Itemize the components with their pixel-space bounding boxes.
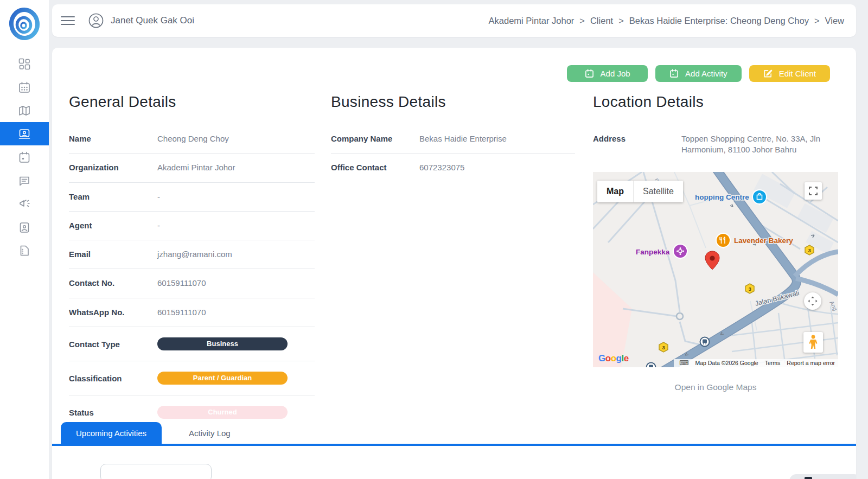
route-shield-3: 3 xyxy=(659,342,668,352)
detail-row-agent: Agent - xyxy=(69,212,315,240)
google-map[interactable]: Jalan Bakawali niu Ang 3 3 3 xyxy=(593,172,838,367)
add-activity-button[interactable]: Add Activity xyxy=(655,65,742,82)
breadcrumb-record[interactable]: Bekas Haidie Enterprise: Cheong Deng Cho… xyxy=(629,16,809,25)
breadcrumb-org[interactable]: Akademi Pintar Johor xyxy=(489,16,575,25)
bus-stop-icon[interactable] xyxy=(700,337,710,346)
bus-stop-icon[interactable] xyxy=(647,362,656,367)
sidebar-item-contacts[interactable] xyxy=(0,215,49,239)
poi-label-fanpekka[interactable]: Fanpekka xyxy=(636,248,670,256)
detail-row-whatsapp-no: WhatsApp No. 60159111070 xyxy=(69,298,315,327)
detail-row-company-name: Company Name Bekas Haidie Enterprise xyxy=(331,125,575,154)
detail-row-email: Email jzhang@ramani.com xyxy=(69,240,315,269)
avatar-icon xyxy=(88,12,104,29)
partial-bottom-button[interactable] xyxy=(789,474,856,479)
map-icon xyxy=(18,105,30,117)
contact-type-badge: Business xyxy=(157,337,288,350)
map-fullscreen-button[interactable] xyxy=(805,182,822,200)
calendar-plus-icon xyxy=(585,69,594,78)
sidebar-item-calendar[interactable] xyxy=(0,75,49,99)
svg-text:3: 3 xyxy=(662,344,665,350)
poi-label-shopping-centre[interactable]: hopping Centre xyxy=(695,193,749,201)
detail-row-office-contact: Office Contact 6072323075 xyxy=(331,154,575,182)
clients-icon xyxy=(18,127,31,140)
map-type-control: Map Satellite xyxy=(597,181,683,202)
sidebar-item-chat[interactable] xyxy=(0,169,49,192)
classification-badge: Parent / Guardian xyxy=(157,372,288,385)
pegman-icon xyxy=(808,335,818,350)
detail-row-address: Address Toppen Shopping Centre, No. 33A,… xyxy=(593,125,838,164)
satellite-view-button[interactable]: Satellite xyxy=(633,181,683,202)
detail-row-name: Name Cheong Deng Choy xyxy=(69,125,315,154)
svg-text:3: 3 xyxy=(749,285,751,291)
map-view-button[interactable]: Map xyxy=(597,181,633,202)
dashboard-icon xyxy=(18,58,30,70)
sidebar-item-announcements[interactable] xyxy=(0,192,49,215)
map-attribution: ⌨ Map Data ©2026 Google Terms Report a m… xyxy=(674,359,838,367)
contact-badge-icon xyxy=(18,221,30,233)
poi-label-lavender-bakery[interactable]: Lavender Bakery xyxy=(734,237,793,245)
calendar-icon xyxy=(18,81,30,93)
business-details-section: Business Details Company Name Bekas Haid… xyxy=(331,93,575,182)
breadcrumb-client[interactable]: Client xyxy=(590,16,613,25)
partial-button-icon xyxy=(805,477,812,479)
add-activity-label: Add Activity xyxy=(685,69,727,78)
sidebar-item-documents[interactable] xyxy=(0,239,49,262)
action-toolbar: Add Job Add Activity Edit Client xyxy=(567,65,830,82)
open-in-google-maps-link[interactable]: Open in Google Maps xyxy=(593,382,838,392)
tab-upcoming-activities[interactable]: Upcoming Activities xyxy=(61,422,162,444)
sidebar-item-clients[interactable] xyxy=(0,122,49,145)
client-detail-card: Add Job Add Activity Edit Client General… xyxy=(52,48,856,479)
tab-activity-log[interactable]: Activity Log xyxy=(174,422,246,444)
breadcrumb: Akademi Pintar Johor>Client>Bekas Haidie… xyxy=(489,16,844,26)
keyboard-shortcuts-icon[interactable]: ⌨ xyxy=(679,359,688,367)
sidebar-item-jobs[interactable] xyxy=(0,145,49,169)
edit-client-button[interactable]: Edit Client xyxy=(749,65,830,82)
route-shield-3: 3 xyxy=(805,245,814,255)
detail-row-classification: Classification Parent / Guardian xyxy=(69,361,315,395)
street-view-pegman[interactable] xyxy=(803,332,823,353)
status-badge: Churned xyxy=(157,406,288,419)
map-data-text: Map Data ©2026 Google xyxy=(695,360,758,366)
business-details-title: Business Details xyxy=(331,93,575,111)
announcement-icon xyxy=(18,198,30,210)
map-pan-control[interactable] xyxy=(804,292,821,310)
top-bar: Janet Quek Gak Ooi Akademi Pintar Johor>… xyxy=(52,4,856,37)
google-logo[interactable]: Google xyxy=(598,353,629,364)
add-job-button[interactable]: Add Job xyxy=(567,65,648,82)
detail-row-team: Team - xyxy=(69,183,315,212)
calendar-plus-icon xyxy=(669,69,679,78)
sidebar xyxy=(0,0,49,479)
sidebar-nav xyxy=(0,52,49,262)
sidebar-item-map[interactable] xyxy=(0,99,49,122)
breadcrumb-view: View xyxy=(825,16,844,25)
pan-arrows-icon xyxy=(807,296,818,306)
edit-icon xyxy=(763,69,773,78)
general-details-title: General Details xyxy=(69,93,315,111)
location-details-title: Location Details xyxy=(593,93,838,111)
restaurant-pin-icon[interactable] xyxy=(716,233,730,249)
sidebar-item-dashboard[interactable] xyxy=(0,52,49,75)
menu-toggle-icon[interactable] xyxy=(61,14,75,28)
attraction-pin-icon[interactable] xyxy=(673,244,687,260)
add-job-label: Add Job xyxy=(601,69,630,78)
fullscreen-icon xyxy=(809,187,818,195)
svg-text:3: 3 xyxy=(808,247,811,253)
detail-row-contact-type: Contact Type Business xyxy=(69,327,315,361)
app-logo-icon[interactable] xyxy=(9,8,40,40)
detail-row-contact-no: Contact No. 60159111070 xyxy=(69,269,315,298)
detail-row-organization: Organization Akademi Pintar Johor xyxy=(69,154,315,182)
user-name: Janet Quek Gak Ooi xyxy=(111,15,194,26)
location-details-section: Location Details Address Toppen Shopping… xyxy=(593,93,838,392)
chat-icon xyxy=(18,175,30,187)
activities-filter-select[interactable] xyxy=(100,464,212,479)
map-report-error-link[interactable]: Report a map error xyxy=(787,360,835,366)
document-icon xyxy=(18,245,30,257)
general-details-section: General Details Name Cheong Deng Choy Or… xyxy=(69,93,315,429)
jobs-calendar-icon xyxy=(18,151,30,163)
shopping-pin-icon[interactable] xyxy=(752,190,767,206)
map-terms-link[interactable]: Terms xyxy=(765,360,781,366)
user-chip[interactable]: Janet Quek Gak Ooi xyxy=(88,12,194,29)
route-shield-3: 3 xyxy=(745,284,754,293)
location-marker-icon[interactable] xyxy=(705,251,719,270)
edit-client-label: Edit Client xyxy=(779,69,816,78)
